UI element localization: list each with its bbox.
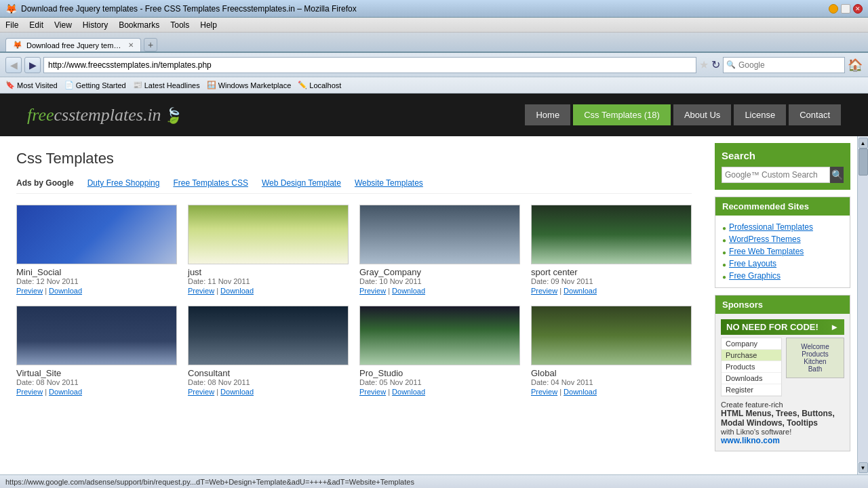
- menu-history[interactable]: History: [83, 20, 108, 30]
- scroll-up-btn[interactable]: ▲: [859, 138, 868, 148]
- tab-title: Download free Jquery templates – Free CS…: [26, 41, 124, 49]
- template-download-link[interactable]: Download: [392, 388, 425, 396]
- ads-link-3[interactable]: Website Templates: [355, 178, 423, 188]
- ad-menu-item: Products: [722, 361, 781, 373]
- home-icon[interactable]: 🏠: [848, 58, 863, 73]
- bookmark-windows-marketplace[interactable]: 🪟 Windows Marketplace: [207, 81, 292, 89]
- ad-menu-item: Register: [722, 384, 781, 396]
- star-icon[interactable]: ★: [699, 58, 709, 71]
- leaf-icon: 🍃: [164, 107, 182, 124]
- template-preview-link[interactable]: Preview: [531, 287, 557, 295]
- bullet-icon: ●: [722, 224, 726, 232]
- template-thumb: [188, 306, 349, 365]
- firefox-icon: 🦊: [5, 3, 17, 14]
- content-area: Css Templates Ads by Google Duty Free Sh…: [0, 136, 708, 474]
- menu-help[interactable]: Help: [200, 20, 217, 30]
- nav-contact[interactable]: Contact: [789, 104, 841, 125]
- site-header: freecsstemplates.in🍃 Home Css Templates …: [0, 94, 868, 136]
- template-links: Preview | Download: [359, 287, 520, 295]
- bookmark-getting-started[interactable]: 📄 Getting Started: [64, 81, 126, 89]
- scroll-down-btn[interactable]: ▼: [859, 462, 868, 473]
- search-section: Search 🔍: [715, 143, 850, 190]
- forward-btn[interactable]: ▶: [24, 57, 41, 73]
- close-btn[interactable]: ✕: [853, 4, 863, 14]
- template-thumb: [531, 205, 692, 264]
- search-input[interactable]: [722, 167, 830, 183]
- menu-bookmarks[interactable]: Bookmarks: [119, 20, 159, 30]
- recommended-link-0[interactable]: Professional Templates: [729, 222, 813, 232]
- template-item: Virtual_Site Date: 08 Nov 2011 Preview |…: [16, 306, 177, 396]
- menu-file[interactable]: File: [5, 20, 18, 30]
- ads-link-0[interactable]: Duty Free Shopping: [87, 178, 160, 188]
- template-download-link[interactable]: Download: [220, 287, 254, 295]
- back-btn[interactable]: ◀: [5, 57, 22, 73]
- template-date: Date: 04 Nov 2011: [531, 378, 692, 386]
- recommended-sites-body: ● Professional Templates ● WordPress The…: [715, 216, 850, 287]
- nav-css-templates[interactable]: Css Templates (18): [573, 104, 671, 125]
- browser-window: 🦊 Download free Jquery templates - Free …: [0, 0, 868, 488]
- template-item: Global Date: 04 Nov 2011 Preview | Downl…: [531, 306, 692, 396]
- new-tab-btn[interactable]: +: [144, 38, 157, 52]
- search-container: 🔍: [723, 57, 845, 73]
- tab-close-btn[interactable]: ✕: [128, 41, 134, 49]
- page-title: Css Templates: [16, 150, 692, 167]
- template-download-link[interactable]: Download: [392, 287, 425, 295]
- recommended-link-4[interactable]: Free Graphics: [729, 271, 781, 281]
- template-preview-link[interactable]: Preview: [188, 287, 214, 295]
- recommended-list-item: ● Free Layouts: [722, 258, 843, 270]
- recommended-link-1[interactable]: WordPress Themes: [729, 235, 801, 244]
- refresh-icon[interactable]: ↻: [711, 58, 720, 71]
- template-preview-link[interactable]: Preview: [359, 287, 386, 295]
- template-download-link[interactable]: Download: [220, 388, 254, 396]
- template-date: Date: 08 Nov 2011: [188, 378, 349, 386]
- scroll-thumb[interactable]: [859, 148, 868, 176]
- nav-about-us[interactable]: About Us: [673, 104, 731, 125]
- template-download-link[interactable]: Download: [49, 388, 82, 396]
- template-preview-link[interactable]: Preview: [359, 388, 386, 396]
- template-thumb: [16, 306, 177, 365]
- template-name: Gray_Company: [359, 267, 520, 277]
- ad-text-2: HTML Menus, Trees, Buttons,: [721, 409, 844, 418]
- menu-edit[interactable]: Edit: [29, 20, 43, 30]
- template-date: Date: 08 Nov 2011: [16, 378, 177, 386]
- template-preview-link[interactable]: Preview: [188, 388, 214, 396]
- ads-link-1[interactable]: Free Templates CSS: [173, 178, 248, 188]
- search-button[interactable]: 🔍: [830, 167, 844, 183]
- scrollbar[interactable]: ▲ ▼: [857, 136, 868, 474]
- ad-text-1: Create feature-rich: [721, 401, 844, 409]
- template-download-link[interactable]: Download: [564, 287, 597, 295]
- tab-favicon: 🦊: [13, 41, 22, 49]
- template-links: Preview | Download: [16, 388, 177, 396]
- template-download-link[interactable]: Download: [49, 287, 82, 295]
- recommended-link-3[interactable]: Free Layouts: [729, 259, 776, 268]
- template-preview-link[interactable]: Preview: [16, 287, 43, 295]
- search-input[interactable]: [738, 60, 844, 70]
- menu-tools[interactable]: Tools: [170, 20, 189, 30]
- template-preview-link[interactable]: Preview: [531, 388, 557, 396]
- address-bar[interactable]: [43, 57, 696, 73]
- template-preview-link[interactable]: Preview: [16, 388, 43, 396]
- ad-url[interactable]: www.likno.com: [721, 436, 844, 445]
- bookmark-most-visited[interactable]: 🔖 Most Visited: [5, 81, 58, 89]
- titlebar: 🦊 Download free Jquery templates - Free …: [0, 0, 868, 18]
- ads-link-2[interactable]: Web Design Template: [262, 178, 341, 188]
- scroll-track[interactable]: [858, 148, 868, 462]
- status-bar: https://www.google.com/adsense/support/b…: [0, 474, 868, 488]
- template-download-link[interactable]: Download: [564, 388, 597, 396]
- template-links: Preview | Download: [531, 388, 692, 396]
- bookmark-localhost[interactable]: ✏️ Localhost: [298, 81, 341, 89]
- template-thumb: [16, 205, 177, 264]
- minimize-btn[interactable]: [829, 4, 838, 14]
- ad-header-text: NO NEED FOR CODE!: [726, 322, 818, 332]
- bookmark-latest-headlines[interactable]: 📰 Latest Headlines: [133, 81, 200, 89]
- ad-description: Create feature-rich HTML Menus, Trees, B…: [721, 401, 844, 445]
- nav-license[interactable]: License: [734, 104, 786, 125]
- template-name: just: [188, 267, 349, 277]
- menu-view[interactable]: View: [54, 20, 72, 30]
- bullet-icon: ●: [722, 249, 726, 256]
- nav-home[interactable]: Home: [525, 104, 570, 125]
- browser-tab-active[interactable]: 🦊 Download free Jquery templates – Free …: [5, 38, 141, 52]
- maximize-btn[interactable]: [841, 4, 850, 14]
- bookmark-icon-2: 📰: [133, 81, 142, 89]
- recommended-link-2[interactable]: Free Web Templates: [729, 247, 804, 256]
